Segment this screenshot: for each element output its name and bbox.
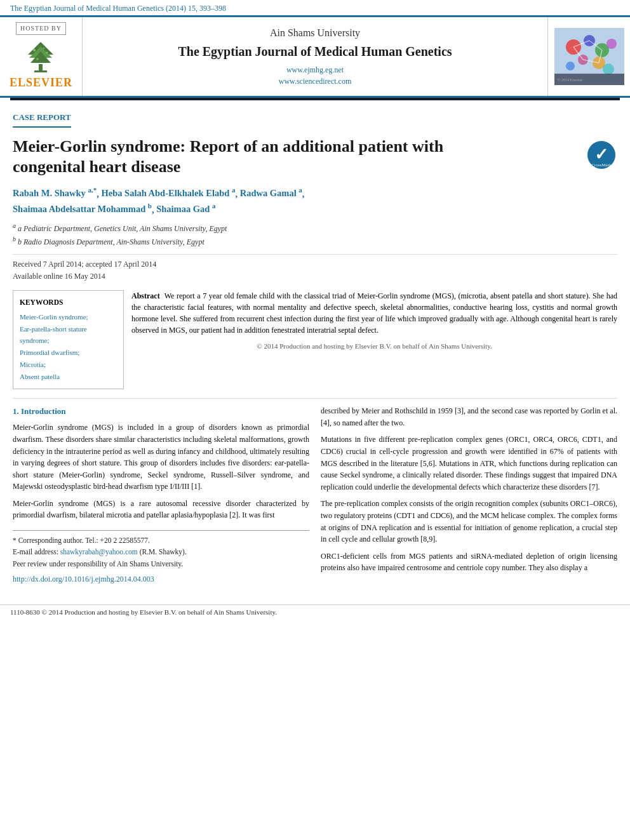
abstract-box: Abstract We report a 7 year old female c…	[131, 290, 617, 389]
keyword-4: Primordial dwarfism;	[20, 347, 117, 359]
abstract-label: Abstract	[131, 291, 160, 300]
journal-url2-link[interactable]: www.sciencedirect.com	[279, 76, 352, 87]
keywords-list: Meier-Gorlin syndrome; Ear-patella-short…	[20, 311, 117, 382]
elsevier-tree-icon	[22, 39, 60, 74]
keyword-6: Absent patella	[20, 371, 117, 383]
bottom-bar-text: 1110-8630 © 2014 Production and hosting …	[10, 608, 277, 616]
section-label: CASE REPORT	[13, 112, 71, 127]
abstract-keywords-row: KEYWORDS Meier-Gorlin syndrome; Ear-pate…	[13, 290, 617, 389]
title-row: Meier-Gorlin syndrome: Report of an addi…	[13, 133, 617, 185]
footnote-doi: http://dx.doi.org/10.1016/j.ejmhg.2014.0…	[13, 573, 309, 585]
svg-point-6	[46, 52, 48, 54]
footnote-peer-review: Peer review under responsibility of Ain …	[13, 558, 309, 570]
content-wrapper: CASE REPORT Meier-Gorlin syndrome: Repor…	[0, 100, 630, 598]
university-name: Ain Shams University	[270, 26, 360, 40]
journal-citation-link[interactable]: The Egyptian Journal of Medical Human Ge…	[10, 4, 226, 13]
top-bar: The Egyptian Journal of Medical Human Ge…	[0, 0, 630, 15]
keyword-5: Microtia;	[20, 359, 117, 371]
right-column: described by Meier and Rothschild in 195…	[321, 405, 617, 585]
left-column: 1. Introduction Meier-Gorlin syndrome (M…	[13, 405, 309, 585]
intro-title: 1. Introduction	[13, 405, 309, 418]
header-center: Ain Shams University The Egyptian Journa…	[83, 17, 547, 96]
author-mohammad: Shaimaa Abdelsattar Mohammad b	[13, 204, 152, 214]
keyword-1: Meier-Gorlin syndrome;	[20, 311, 117, 323]
intro-paragraph-1: Meier-Gorlin syndrome (MGS) is included …	[13, 422, 309, 493]
author-elabd: Heba Salah Abd-Elkhalek Elabd a	[101, 188, 235, 198]
affiliation-a: a a Pediatric Department, Genetics Unit,…	[13, 221, 617, 234]
footnote-section: * Corresponding author. Tel.: +20 2 2258…	[13, 530, 309, 585]
elsevier-text: ELSEVIER	[10, 75, 72, 91]
abstract-body: We report a 7 year old female child with…	[131, 291, 617, 335]
author-shawky: Rabah M. Shawky a,*	[13, 188, 97, 198]
abstract-copyright: © 2014 Production and hosting by Elsevie…	[131, 341, 617, 352]
doi-link[interactable]: http://dx.doi.org/10.1016/j.ejmhg.2014.0…	[13, 575, 154, 583]
abstract-text: Abstract We report a 7 year old female c…	[131, 290, 617, 336]
article-title: Meier-Gorlin syndrome: Report of an addi…	[13, 137, 497, 178]
header-left-logo: HOSTED BY ELSEVIER	[0, 17, 83, 96]
affiliations: a a Pediatric Department, Genetics Unit,…	[13, 221, 617, 248]
affiliation-b: b b Radio Diagnosis Department, Ain-Sham…	[13, 234, 617, 248]
hosted-by-label: HOSTED BY	[16, 22, 66, 35]
right-paragraph-3: The pre-replication complex consists of …	[321, 498, 617, 545]
bottom-bar: 1110-8630 © 2014 Production and hosting …	[0, 604, 630, 620]
svg-point-16	[607, 39, 617, 49]
elsevier-logo: ELSEVIER	[10, 39, 72, 91]
footnote-corresponding: * Corresponding author. Tel.: +20 2 2258…	[13, 535, 309, 546]
keywords-title: KEYWORDS	[20, 297, 117, 307]
svg-rect-1	[34, 70, 47, 72]
author-gad: Shaimaa Gad a	[156, 204, 215, 214]
svg-text:✓: ✓	[594, 145, 608, 164]
footnote-email-link[interactable]: shawkyrabah@yahoo.com	[60, 548, 138, 556]
journal-url1-link[interactable]: www.ejmhg.eg.net	[286, 65, 344, 76]
author-gamal: Radwa Gamal a	[240, 188, 302, 198]
svg-text:© 2014 Elsevier: © 2014 Elsevier	[558, 78, 582, 82]
journal-header: HOSTED BY ELSEVIER Ain Shams University	[0, 15, 630, 98]
svg-point-15	[566, 62, 575, 70]
authors-line: Rabah M. Shawky a,*, Heba Salah Abd-Elkh…	[13, 185, 617, 217]
svg-point-5	[33, 49, 36, 51]
keywords-box: KEYWORDS Meier-Gorlin syndrome; Ear-pate…	[13, 290, 124, 389]
header-right-image: © 2014 Elsevier	[547, 17, 630, 96]
two-column-body: 1. Introduction Meier-Gorlin syndrome (M…	[13, 398, 617, 585]
svg-point-17	[603, 63, 614, 75]
header-links: www.ejmhg.eg.net www.sciencedirect.com	[279, 65, 352, 88]
journal-cover-image: © 2014 Elsevier	[554, 28, 624, 85]
received-date: Received 7 April 2014; accepted 17 April…	[13, 258, 617, 270]
svg-text:CrossMark: CrossMark	[591, 162, 612, 167]
right-paragraph-2: Mutations in five different pre-replicat…	[321, 434, 617, 493]
cover-graphic: © 2014 Elsevier	[554, 28, 624, 85]
footnote-email: E-mail address: shawkyrabah@yahoo.com (R…	[13, 546, 309, 557]
journal-title: The Egyptian Journal of Medical Human Ge…	[178, 43, 452, 60]
keyword-3: syndrome;	[20, 335, 117, 347]
intro-paragraph-2: Meier-Gorlin syndrome (MGS) is a rare au…	[13, 498, 309, 521]
available-date: Available online 16 May 2014	[13, 270, 617, 283]
dates-section: Received 7 April 2014; accepted 17 April…	[13, 254, 617, 283]
svg-point-7	[36, 58, 39, 60]
svg-point-8	[43, 48, 45, 50]
right-paragraph-4: ORC1-deficient cells from MGS patients a…	[321, 550, 617, 574]
keyword-2: Ear-patella-short stature	[20, 323, 117, 335]
right-paragraph-1: described by Meier and Rothschild in 195…	[321, 405, 617, 429]
crossmark-badge: ✓ CrossMark	[586, 133, 617, 174]
